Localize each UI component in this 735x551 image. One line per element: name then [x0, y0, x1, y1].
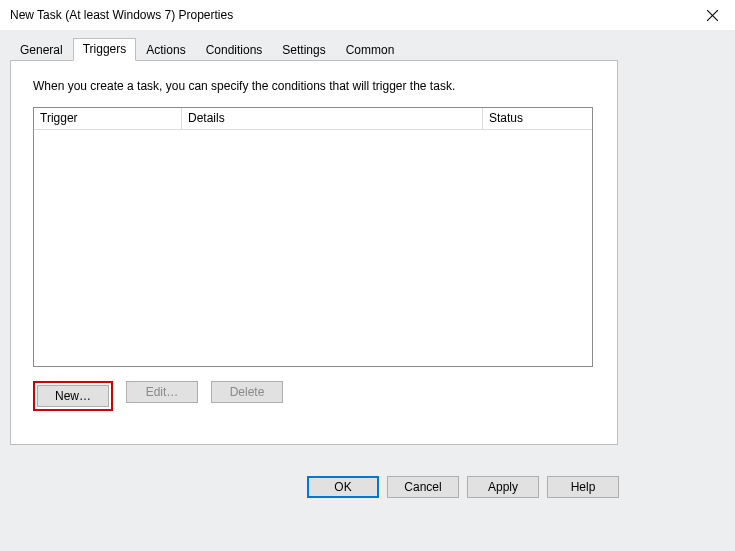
help-button[interactable]: Help	[547, 476, 619, 498]
titlebar: New Task (At least Windows 7) Properties	[0, 0, 735, 30]
triggers-listview[interactable]: Trigger Details Status	[33, 107, 593, 367]
column-status[interactable]: Status	[483, 108, 592, 129]
cancel-button[interactable]: Cancel	[387, 476, 459, 498]
tab-general[interactable]: General	[10, 39, 73, 61]
dialog-button-row: OK Cancel Apply Help	[307, 476, 619, 498]
listview-header: Trigger Details Status	[34, 108, 592, 130]
delete-button: Delete	[211, 381, 283, 403]
tab-conditions[interactable]: Conditions	[196, 39, 273, 61]
triggers-hint: When you create a task, you can specify …	[33, 79, 595, 93]
column-trigger[interactable]: Trigger	[34, 108, 182, 129]
triggers-panel: When you create a task, you can specify …	[10, 60, 618, 445]
tab-common[interactable]: Common	[336, 39, 405, 61]
content-area: General Triggers Actions Conditions Sett…	[0, 30, 735, 510]
tabstrip: General Triggers Actions Conditions Sett…	[10, 38, 725, 60]
close-button[interactable]	[690, 0, 735, 30]
new-button[interactable]: New…	[37, 385, 109, 407]
trigger-buttons: New… Edit… Delete	[33, 381, 595, 411]
tab-actions[interactable]: Actions	[136, 39, 195, 61]
apply-button[interactable]: Apply	[467, 476, 539, 498]
tab-settings[interactable]: Settings	[272, 39, 335, 61]
close-icon	[707, 10, 718, 21]
column-details[interactable]: Details	[182, 108, 483, 129]
window-title: New Task (At least Windows 7) Properties	[10, 8, 233, 22]
listview-body	[34, 130, 592, 366]
properties-dialog: New Task (At least Windows 7) Properties…	[0, 0, 735, 510]
ok-button[interactable]: OK	[307, 476, 379, 498]
new-button-highlight: New…	[33, 381, 113, 411]
tab-triggers[interactable]: Triggers	[73, 38, 137, 61]
edit-button: Edit…	[126, 381, 198, 403]
